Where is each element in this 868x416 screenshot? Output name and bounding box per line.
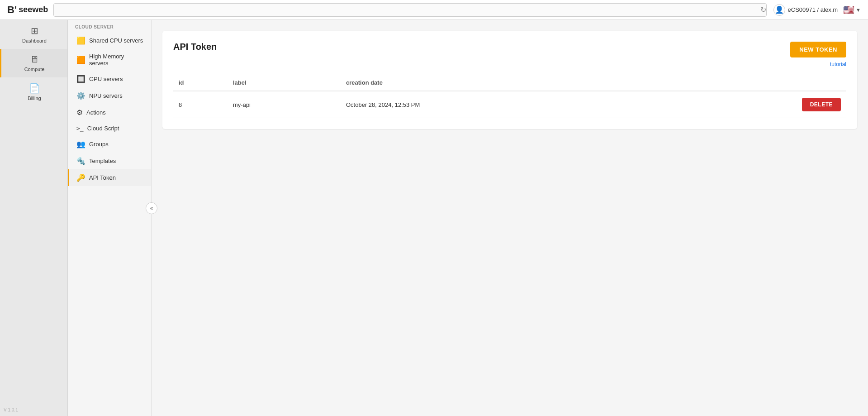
cloud-nav-shared-cpu[interactable]: 🟨 Shared CPU servers [68, 32, 151, 49]
token-label-cell: my-api [228, 91, 341, 118]
compute-icon: 🖥 [30, 54, 39, 65]
templates-icon: 🔩 [76, 157, 85, 165]
logo-b-letter: B' [7, 4, 17, 16]
cloud-sidebar-title: CLOUD SERVER [68, 20, 151, 32]
actions-icon: ⚙ [76, 108, 83, 117]
npu-icon: ⚙️ [76, 91, 85, 100]
page-title: API Token [173, 42, 217, 52]
sidebar-label-compute: Compute [24, 67, 45, 72]
logo[interactable]: B'seeweb [7, 4, 48, 16]
search-input[interactable] [53, 3, 766, 17]
sidebar-item-compute[interactable]: 🖥 Compute [0, 49, 67, 77]
chevron-down-icon: ▼ [856, 7, 861, 13]
user-avatar-icon: 👤 [773, 4, 785, 16]
cloud-nav-templates[interactable]: 🔩 Templates [68, 153, 151, 169]
token-id-cell: 8 [173, 91, 228, 118]
table-body: 8 my-api October 28, 2024, 12:53 PM DELE… [173, 91, 846, 118]
topbar-right: 👤 eCS00971 / alex.m 🇺🇸 ▼ [773, 4, 861, 16]
table-header: id label creation date [173, 75, 846, 91]
high-memory-icon: 🟧 [76, 56, 85, 64]
search-refresh-button[interactable]: ↻ [759, 4, 768, 16]
cloud-nav-label-actions: Actions [86, 109, 106, 116]
cloud-nav-gpu[interactable]: 🔲 GPU servers [68, 71, 151, 87]
main-layout: ⊞ Dashboard 🖥 Compute 📄 Billing V 1.0.1 … [0, 20, 868, 416]
cloud-nav-actions[interactable]: ⚙ Actions [68, 104, 151, 121]
cloud-nav-label-high-memory: High Memory servers [89, 53, 144, 67]
sidebar-item-billing[interactable]: 📄 Billing [0, 77, 67, 106]
token-action-cell: DELETE [792, 91, 846, 118]
left-sidebar: ⊞ Dashboard 🖥 Compute 📄 Billing V 1.0.1 [0, 20, 68, 416]
cloud-nav-label-shared-cpu: Shared CPU servers [89, 37, 143, 44]
cloud-nav-cloud-script[interactable]: >_ Cloud Script [68, 121, 151, 136]
cloud-sidebar: CLOUD SERVER 🟨 Shared CPU servers 🟧 High… [68, 20, 152, 416]
dashboard-icon: ⊞ [31, 25, 38, 36]
api-token-icon: 🔑 [76, 173, 85, 182]
card-header: API Token NEW TOKEN [173, 42, 846, 57]
delete-token-button[interactable]: DELETE [802, 98, 841, 111]
user-info[interactable]: 👤 eCS00971 / alex.m [773, 4, 838, 16]
cloud-script-icon: >_ [76, 125, 84, 132]
sidebar-item-dashboard[interactable]: ⊞ Dashboard [0, 20, 67, 49]
api-token-table: id label creation date 8 my-api October … [173, 75, 846, 118]
version-label: V 1.0.1 [0, 404, 67, 416]
tutorial-link[interactable]: tutorial [173, 61, 846, 67]
logo-seeweb-text: seeweb [19, 5, 48, 14]
groups-icon: 👥 [76, 140, 85, 148]
new-token-button[interactable]: NEW TOKEN [790, 42, 846, 57]
sidebar-collapse-button[interactable]: « [146, 202, 157, 214]
cloud-nav-label-groups: Groups [89, 141, 109, 148]
main-content: API Token NEW TOKEN tutorial id label cr… [152, 20, 868, 416]
table-header-id: id [173, 75, 228, 91]
cloud-nav-label-gpu: GPU servers [89, 76, 123, 82]
token-creation-date-cell: October 28, 2024, 12:53 PM [341, 91, 792, 118]
cloud-nav-label-npu: NPU servers [89, 92, 123, 99]
table-header-label: label [228, 75, 341, 91]
topbar: B'seeweb ↻ 👤 eCS00971 / alex.m 🇺🇸 ▼ [0, 0, 868, 20]
cloud-nav-api-token[interactable]: 🔑 API Token [68, 169, 151, 186]
cloud-nav-label-cloud-script: Cloud Script [87, 125, 119, 132]
billing-icon: 📄 [29, 83, 40, 94]
cloud-nav-groups[interactable]: 👥 Groups [68, 136, 151, 153]
cloud-nav-high-memory[interactable]: 🟧 High Memory servers [68, 49, 151, 71]
api-token-card: API Token NEW TOKEN tutorial id label cr… [162, 31, 857, 129]
language-selector[interactable]: 🇺🇸 ▼ [843, 5, 861, 15]
gpu-icon: 🔲 [76, 75, 85, 83]
user-account-label: eCS00971 / alex.m [788, 6, 838, 13]
shared-cpu-icon: 🟨 [76, 36, 85, 45]
table-row: 8 my-api October 28, 2024, 12:53 PM DELE… [173, 91, 846, 118]
cloud-nav-npu[interactable]: ⚙️ NPU servers [68, 87, 151, 104]
table-header-action [792, 75, 846, 91]
cloud-nav-label-api-token: API Token [89, 174, 116, 181]
table-header-creation-date: creation date [341, 75, 792, 91]
sidebar-label-dashboard: Dashboard [22, 38, 47, 43]
flag-icon: 🇺🇸 [843, 5, 854, 15]
cloud-nav-label-templates: Templates [89, 158, 116, 164]
sidebar-label-billing: Billing [28, 96, 41, 101]
